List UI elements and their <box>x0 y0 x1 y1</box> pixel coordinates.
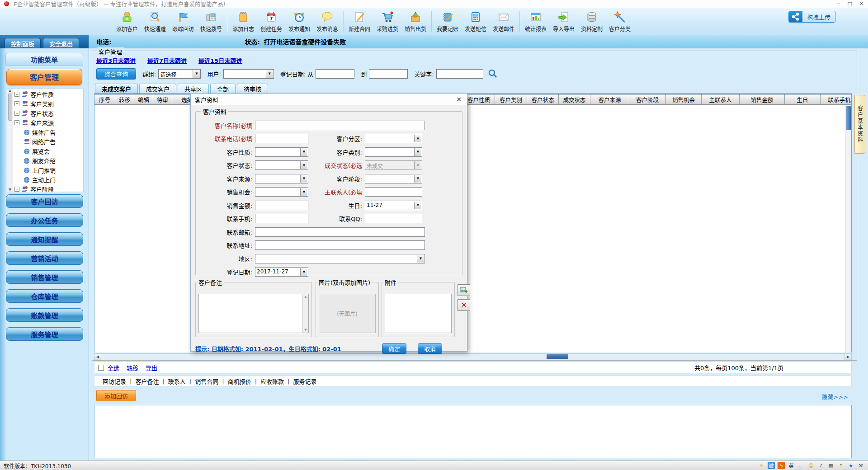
detail-tab[interactable]: 客户备注 <box>132 377 162 385</box>
image-dropzone[interactable]: (无图片) <box>319 294 376 333</box>
scrollbar-thumb[interactable] <box>8 94 12 121</box>
dropdown-arrow-icon[interactable]: ▼ <box>414 135 421 142</box>
footer-link[interactable]: 转移 <box>127 365 138 371</box>
sidebar-module-button[interactable]: 仓库管理 <box>6 289 83 303</box>
toolbar-item-calendar[interactable]: JAN7创建任务 <box>257 9 285 34</box>
delete-attachment-button[interactable]: ✕ <box>458 299 470 311</box>
notes-textarea[interactable]: ▲▼ <box>198 294 309 333</box>
sidebar-tab-logout[interactable]: 安全退出 <box>43 38 79 48</box>
detail-tab[interactable]: 应收账款 <box>257 377 288 385</box>
keyboard-icon[interactable]: ▦ <box>827 462 835 469</box>
table-column-header[interactable]: 主联系人 <box>702 94 740 104</box>
field-right-select[interactable]: ▼ <box>365 147 422 157</box>
sidebar-module-button[interactable]: 通知提醒 <box>6 232 83 246</box>
table-column-header[interactable]: 销售机会 <box>666 94 702 104</box>
table-column-header[interactable]: 转移 <box>115 94 134 104</box>
field-left-input[interactable] <box>255 134 308 143</box>
toolbar-item-notepad[interactable]: 添加日志 <box>229 9 257 34</box>
minimize-button[interactable]: ─ <box>837 0 840 8</box>
sogou-icon[interactable]: S <box>778 462 785 469</box>
tree-branch[interactable]: +客户状态 <box>13 108 83 118</box>
footer-link[interactable]: 全选 <box>108 365 119 371</box>
table-column-header[interactable]: 客户阶段 <box>629 94 666 104</box>
tree-branch[interactable]: +客户类别 <box>13 99 83 108</box>
field-left-select[interactable]: ▼ <box>255 187 308 197</box>
detail-tab[interactable]: 服务记录 <box>289 377 320 385</box>
add-visit-button[interactable]: 添加回访 <box>96 390 136 401</box>
tree-toggle-icon[interactable]: − <box>14 120 19 125</box>
ok-button[interactable]: 确定 <box>382 343 406 354</box>
scroll-up-icon[interactable]: ▲ <box>9 89 11 93</box>
toolbar-item-database[interactable]: 资料定制 <box>578 9 606 34</box>
lang-indicator[interactable]: 英 <box>788 462 795 469</box>
detail-tab[interactable]: 销售合同 <box>191 377 222 385</box>
table-column-header[interactable]: 编辑 <box>134 94 153 104</box>
field-right-input[interactable] <box>365 187 422 197</box>
toolbar-item-chart[interactable]: 统计报表 <box>522 9 550 34</box>
vertical-scrollbar[interactable] <box>845 105 851 352</box>
tree-toggle-icon[interactable]: + <box>14 111 19 116</box>
date-from-input[interactable] <box>316 69 354 79</box>
cancel-button[interactable]: 取消 <box>418 343 442 354</box>
toolbar-item-add-customer[interactable]: 添加客户 <box>113 9 141 34</box>
dropdown-arrow-icon[interactable]: ▼ <box>414 148 421 156</box>
quick-link[interactable]: 最近3日未跟进 <box>96 56 136 65</box>
field-left-input[interactable] <box>255 201 308 210</box>
tree-leaf[interactable]: 朋友介绍 <box>13 156 83 165</box>
toolbar-item-calculator[interactable]: 发送短信 <box>462 9 490 34</box>
close-button[interactable]: ✕ <box>859 0 863 8</box>
table-column-header[interactable]: 客户类别 <box>495 94 527 104</box>
field-right-input[interactable] <box>365 214 422 223</box>
table-column-header[interactable]: 客户性质 <box>463 94 495 104</box>
search-icon[interactable] <box>488 69 498 79</box>
customer-tab[interactable]: 成交客户 <box>139 84 176 94</box>
scroll-down-icon[interactable]: ▼ <box>9 188 11 192</box>
quick-link[interactable]: 最近15日未跟进 <box>198 56 242 65</box>
dropdown-arrow-icon[interactable]: ▼ <box>193 70 200 78</box>
dropdown-arrow-icon[interactable]: ▼ <box>414 202 421 209</box>
tree-toggle-icon[interactable]: + <box>14 187 19 192</box>
scrollbar-thumb[interactable] <box>846 106 851 130</box>
field-left-select[interactable]: ▼ <box>255 147 308 157</box>
scroll-right-icon[interactable]: ▶ <box>844 354 851 360</box>
tree-leaf[interactable]: 媒体广告 <box>13 127 83 137</box>
toolbar-item-flag[interactable]: 跟踪回访 <box>169 9 197 34</box>
field-select[interactable]: 2017-11-27▼ <box>255 267 308 277</box>
upload-arrow-icon[interactable]: ↥ <box>837 462 844 469</box>
tree-toggle-icon[interactable]: + <box>14 101 19 106</box>
date-to-input[interactable] <box>369 69 408 79</box>
quick-link[interactable]: 最近7日未跟进 <box>147 56 187 65</box>
customer-tab[interactable]: 未成交客户 <box>95 84 138 94</box>
field-input[interactable] <box>255 121 425 130</box>
maximize-button[interactable]: □ <box>847 0 852 8</box>
dropdown-arrow-icon[interactable]: ▼ <box>300 148 307 156</box>
star-icon[interactable]: ★ <box>847 462 854 469</box>
toolbar-item-alarm[interactable]: 发布通知 <box>285 9 313 34</box>
field-input[interactable] <box>255 240 425 250</box>
field-right-select[interactable]: 11-27▼ <box>365 201 422 210</box>
sidebar-module-button[interactable]: 办公任务 <box>6 213 83 227</box>
table-column-header[interactable]: 销售金额 <box>740 94 785 104</box>
table-column-header[interactable]: 待审 <box>153 94 172 104</box>
dropdown-arrow-icon[interactable]: ▼ <box>266 70 273 78</box>
table-column-header[interactable]: 成交状态 <box>559 94 590 104</box>
scroll-left-icon[interactable]: ◀ <box>94 354 101 360</box>
sidebar-button-customer-management[interactable]: 客户管理 <box>6 69 82 85</box>
dropdown-arrow-icon[interactable]: ▼ <box>300 188 307 196</box>
tools-icon[interactable]: ⚒ <box>857 462 864 469</box>
field-select[interactable]: ▼ <box>255 254 425 263</box>
tree-branch[interactable]: −客户来源 <box>13 118 83 127</box>
combined-query-button[interactable]: 综合查询 <box>96 68 136 80</box>
footer-link[interactable]: 导出 <box>146 365 157 371</box>
table-column-header[interactable]: 客户来源 <box>590 94 629 104</box>
table-column-header[interactable]: 客户状态 <box>527 94 559 104</box>
dropdown-arrow-icon[interactable]: ▼ <box>300 175 307 183</box>
scrollbar-thumb[interactable] <box>547 354 568 359</box>
sidebar-module-button[interactable]: 账款管理 <box>6 308 83 322</box>
group-select[interactable]: 请选择 ▼ <box>158 69 201 79</box>
toolbar-item-bubble[interactable]: 发布消息 <box>313 9 341 34</box>
field-left-select[interactable]: ▼ <box>255 160 308 170</box>
toolbar-item-notebook[interactable]: 我要记账 <box>434 9 462 34</box>
toolbar-item-doc-pencil[interactable]: 新建合同 <box>345 9 373 34</box>
field-left-input[interactable] <box>255 214 308 223</box>
